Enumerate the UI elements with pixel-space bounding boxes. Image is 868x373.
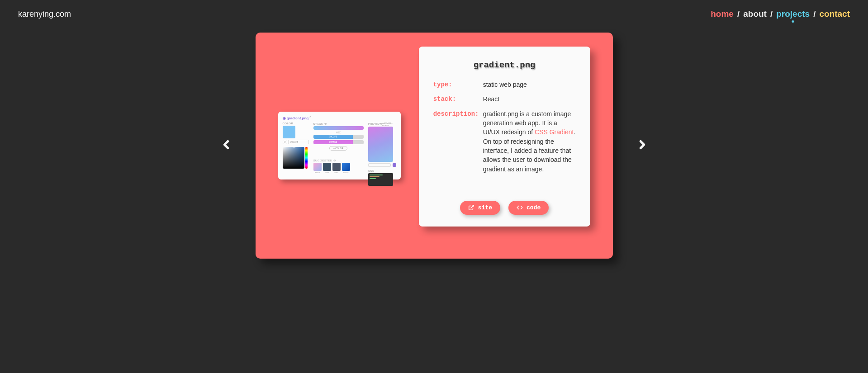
thumb-preview-label: PREVIEW — [368, 123, 382, 125]
code-button[interactable]: code — [508, 201, 549, 215]
thumb-gradient-bar — [313, 126, 364, 130]
thumb-title: ◉ gradient.png ✕ — [283, 115, 396, 120]
thumb-color-swatch — [283, 126, 295, 138]
nav-home[interactable]: home — [711, 9, 734, 19]
project-thumbnail: ◉ gradient.png ✕ COLOR ⟳ 79C3F5 — [278, 112, 401, 179]
nav-projects[interactable]: projects — [776, 9, 810, 19]
svg-line-0 — [471, 205, 474, 208]
nav-separator: / — [770, 9, 773, 19]
type-label: type: — [433, 80, 483, 89]
next-arrow[interactable] — [631, 131, 654, 160]
thumb-preview-gradient — [368, 127, 393, 162]
thumb-stack-label: STACK ⟲ — [313, 122, 364, 125]
project-info-card: gradient.png type: static web page stack… — [419, 47, 590, 227]
thumb-suggested-palette — [313, 163, 364, 171]
nav-separator: / — [813, 9, 816, 19]
thumb-css-label: CSS — [368, 170, 396, 172]
chevron-left-icon — [219, 136, 233, 154]
site-button[interactable]: site — [460, 201, 500, 215]
thumb-color-picker — [283, 147, 304, 169]
thumb-suggested-label: SUGGESTED ⟲ — [313, 159, 364, 162]
main-nav: home / about / projects / contact — [711, 9, 850, 19]
thumb-color-label: COLOR — [283, 122, 309, 125]
action-buttons: site code — [433, 201, 576, 215]
prev-arrow[interactable] — [215, 131, 237, 160]
carousel: ◉ gradient.png ✕ COLOR ⟳ 79C3F5 — [0, 33, 868, 259]
stack-label: stack: — [433, 94, 483, 104]
thumb-css-output — [368, 173, 393, 186]
stack-value: React — [483, 94, 576, 104]
nav-separator: / — [737, 9, 740, 19]
thumb-hue-slider — [305, 147, 308, 169]
nav-about[interactable]: about — [743, 9, 767, 19]
description-value: gradient.png is a custom image generatio… — [483, 109, 576, 174]
thumb-stack-row: 79C3F5 — [313, 135, 364, 139]
thumb-hex-label: HEX — [313, 131, 364, 134]
nav-contact[interactable]: contact — [819, 9, 850, 19]
site-logo[interactable]: karenying.com — [18, 9, 71, 19]
type-value: static web page — [483, 80, 576, 89]
thumb-stack-row: D875E6 — [313, 140, 364, 144]
css-gradient-link[interactable]: CSS Gradient — [535, 128, 574, 136]
code-icon — [517, 204, 523, 211]
project-title: gradient.png — [433, 60, 576, 70]
header: karenying.com home / about / projects / … — [0, 0, 868, 28]
external-link-icon — [468, 204, 474, 211]
chevron-right-icon — [636, 136, 649, 154]
description-label: description: — [433, 109, 483, 174]
thumb-add-color: + COLOR — [329, 146, 347, 151]
project-card: ◉ gradient.png ✕ COLOR ⟳ 79C3F5 — [256, 33, 613, 259]
